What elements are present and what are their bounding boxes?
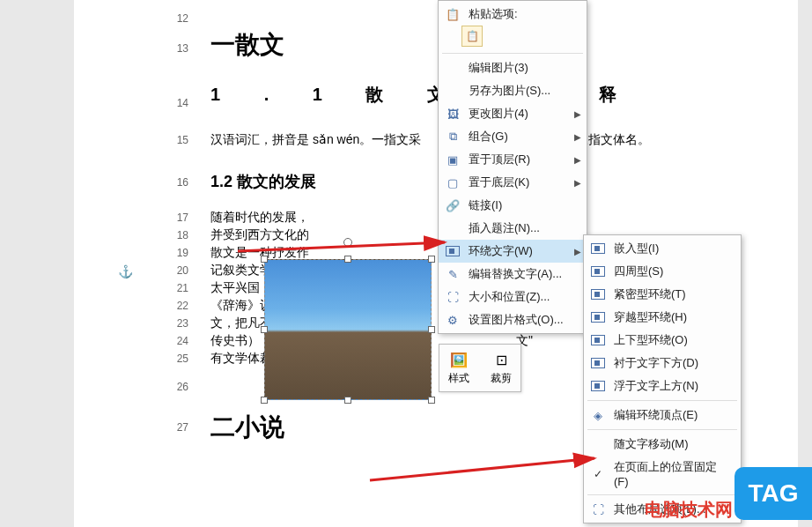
submenu-arrow-icon: ▶ [574,109,581,119]
wrap-inline-icon [589,243,607,254]
wrap-fix-position[interactable]: ✓ 在页面上的位置固定(F) [584,456,741,492]
wrap-front-icon [589,381,607,391]
wrap-square[interactable]: 四周型(S) [584,260,741,283]
style-icon: 🖼️ [449,350,469,369]
wrap-edit-points[interactable]: ◈ 编辑环绕顶点(E) [584,404,741,427]
edit-points-icon: ◈ [589,409,607,422]
menu-separator [587,400,737,401]
style-label: 样式 [448,371,469,386]
menu-separator [587,429,737,430]
heading-2b[interactable]: 1.2 散文的发展 [210,171,316,192]
selected-image[interactable] [264,259,432,400]
resize-handle[interactable] [261,256,268,263]
line-number: 22 [162,300,188,312]
line-number: 25 [162,353,188,365]
wrap-inline[interactable]: 嵌入型(I) [584,237,741,260]
menu-change-image[interactable]: 🖼 更改图片(4) ▶ [439,102,587,125]
paste-options-header: 📋 粘贴选项: [439,3,587,26]
wrap-tight[interactable]: 紧密型环绕(T) [584,283,741,306]
change-image-icon: 🖼 [444,108,461,121]
body-line[interactable]: 并受到西方文化的 [210,227,309,243]
wrap-behind[interactable]: 衬于文字下方(D) [584,352,741,375]
line-number: 26 [162,381,188,393]
resize-handle[interactable] [344,256,351,263]
menu-separator [587,494,737,495]
wrap-text-icon [444,246,461,256]
resize-handle[interactable] [428,256,435,263]
wrap-behind-icon [589,358,607,368]
watermark-text: 电脑技术网 [645,498,733,522]
rotate-handle[interactable] [343,238,352,247]
wrap-front[interactable]: 浮于文字上方(N) [584,375,741,397]
wrap-text-submenu: 嵌入型(I) 四周型(S) 紧密型环绕(T) 穿越型环绕(H) 上下型环绕(O)… [583,234,742,523]
wrap-square-icon [589,266,607,277]
line-number: 13 [162,42,188,55]
menu-edit-image[interactable]: 编辑图片(3) [439,56,587,79]
submenu-arrow-icon: ▶ [574,247,581,256]
line-number: 20 [162,264,188,277]
crop-icon: ⊡ [491,350,511,369]
body-line[interactable]: 随着时代的发展， [210,210,309,226]
line-number: 19 [162,247,188,259]
wrap-topbottom-icon [589,335,607,345]
line-number: 12 [162,12,188,25]
crop-label: 裁剪 [491,371,512,386]
paste-option-keep[interactable]: 📋 [461,26,483,47]
menu-link[interactable]: 🔗 链接(I) [439,194,587,217]
wrap-tight-icon [589,289,607,300]
line-number: 14 [162,97,188,109]
line-number: 16 [162,176,188,189]
format-icon: ⚙ [444,314,461,327]
heading-1b[interactable]: 二小说 [210,411,284,444]
menu-bring-front[interactable]: ▣ 置于顶层(R) ▶ [439,148,587,171]
clipboard-icon: 📋 [444,8,461,21]
menu-wrap-text[interactable]: 环绕文字(W) ▶ [439,240,587,263]
submenu-arrow-icon: ▶ [574,155,581,165]
anchor-icon: ⚓ [118,264,133,278]
resize-handle[interactable] [261,397,268,404]
menu-edit-alt[interactable]: ✎ 编辑替换文字(A)... [439,263,587,286]
tag-badge: TAG [734,467,812,520]
line-number: 15 [162,134,188,146]
heading-2a[interactable]: 1 . 1 散 文 [210,83,464,107]
submenu-arrow-icon: ▶ [574,178,581,188]
context-menu: 📋 粘贴选项: 📋 编辑图片(3) 另存为图片(S)... 🖼 更改图片(4) … [438,0,587,334]
line-number: 21 [162,282,188,294]
menu-size-position[interactable]: ⛶ 大小和位置(Z)... [439,286,587,308]
group-icon: ⧉ [444,130,461,144]
crop-button[interactable]: ⊡ 裁剪 [485,348,517,388]
wrap-topbottom[interactable]: 上下型环绕(O) [584,329,741,352]
menu-group[interactable]: ⧉ 组合(G) ▶ [439,125,587,148]
resize-handle[interactable] [344,397,351,404]
more-layout-icon: ⛶ [589,503,607,516]
resize-handle[interactable] [428,326,435,333]
menu-send-back[interactable]: ▢ 置于底层(K) ▶ [439,171,587,194]
bring-front-icon: ▣ [444,153,461,167]
size-icon: ⛶ [444,291,461,304]
wrap-through-icon [589,312,607,323]
resize-handle[interactable] [428,397,435,404]
line-number: 18 [162,229,188,241]
link-icon: 🔗 [444,199,461,212]
resize-handle[interactable] [261,326,268,333]
alt-text-icon: ✎ [444,268,461,281]
body-text[interactable]: 汉语词汇，拼音是 sǎn wén。一指文采 [210,132,421,148]
menu-save-as-image[interactable]: 另存为图片(S)... [439,79,587,102]
wrap-move-with-text[interactable]: 随文字移动(M) [584,433,741,456]
send-back-icon: ▢ [444,176,461,189]
body-line[interactable]: 有文学体裁 [210,351,272,367]
line-number: 27 [162,421,188,434]
style-button[interactable]: 🖼️ 样式 [443,348,475,388]
heading-1[interactable]: 一散文 [210,28,284,62]
line-number: 23 [162,317,188,330]
wrap-through[interactable]: 穿越型环绕(H) [584,306,741,329]
check-icon: ✓ [589,468,607,480]
menu-insert-caption[interactable]: 插入题注(N)... [439,217,587,240]
menu-format-picture[interactable]: ⚙ 设置图片格式(O)... [439,308,587,331]
line-number: 24 [162,335,188,347]
menu-separator [442,53,583,54]
line-number: 17 [162,212,188,224]
mini-toolbar: 🖼️ 样式 ⊡ 裁剪 [439,344,521,392]
submenu-arrow-icon: ▶ [574,132,581,142]
heading-2a-right[interactable]: 释 [599,83,616,107]
